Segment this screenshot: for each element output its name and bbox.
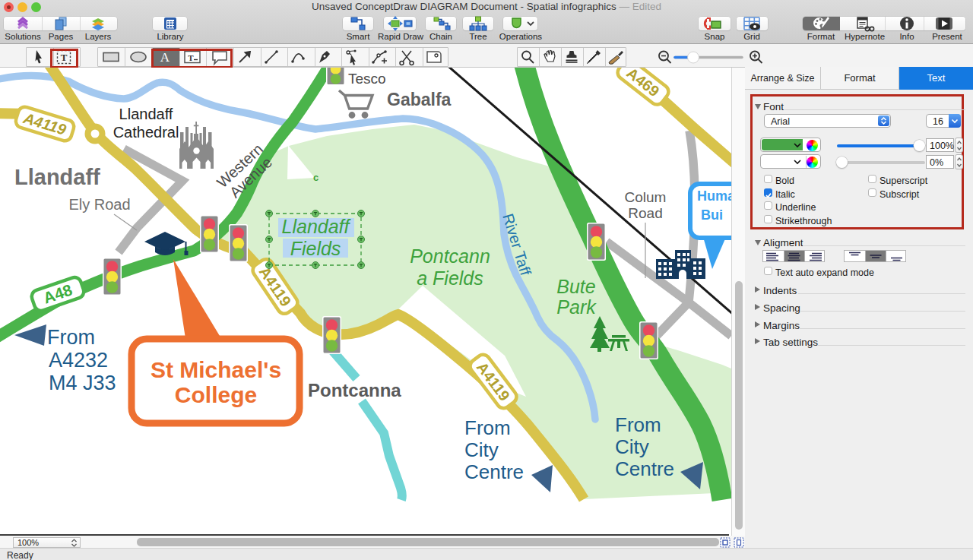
svg-text:City: City (464, 438, 499, 461)
svg-text:Park: Park (556, 296, 597, 318)
svg-text:From: From (47, 326, 95, 349)
svg-text:Llandaff: Llandaff (282, 216, 352, 237)
svg-text:St Michael's: St Michael's (151, 357, 281, 382)
svg-text:c: c (313, 172, 319, 183)
svg-text:Tesco: Tesco (348, 71, 386, 87)
svg-text:Fields: Fields (290, 238, 341, 259)
svg-text:Cathedral: Cathedral (113, 124, 179, 141)
svg-text:Pontcanna: Pontcanna (308, 380, 401, 400)
svg-text:Pontcann: Pontcann (410, 245, 490, 267)
svg-text:Huma: Huma (697, 188, 731, 204)
svg-text:M4 J33: M4 J33 (49, 372, 116, 394)
svg-text:From: From (464, 416, 511, 439)
svg-text:Llandaff: Llandaff (14, 165, 100, 189)
svg-text:College: College (175, 382, 257, 407)
svg-text:Bui: Bui (701, 207, 723, 223)
svg-text:Llandaff: Llandaff (119, 106, 173, 122)
svg-text:Road: Road (628, 205, 662, 221)
svg-text:From: From (615, 413, 661, 436)
svg-text:Colum: Colum (625, 189, 667, 205)
svg-text:Ely Road: Ely Road (68, 196, 130, 213)
svg-text:City: City (615, 435, 649, 458)
svg-text:Centre: Centre (464, 460, 524, 483)
svg-text:Bute: Bute (556, 276, 595, 297)
svg-text:a Fields: a Fields (417, 267, 483, 289)
svg-text:Gabalfa: Gabalfa (387, 90, 452, 109)
svg-text:A4232: A4232 (49, 349, 108, 372)
svg-text:Centre: Centre (615, 457, 674, 480)
